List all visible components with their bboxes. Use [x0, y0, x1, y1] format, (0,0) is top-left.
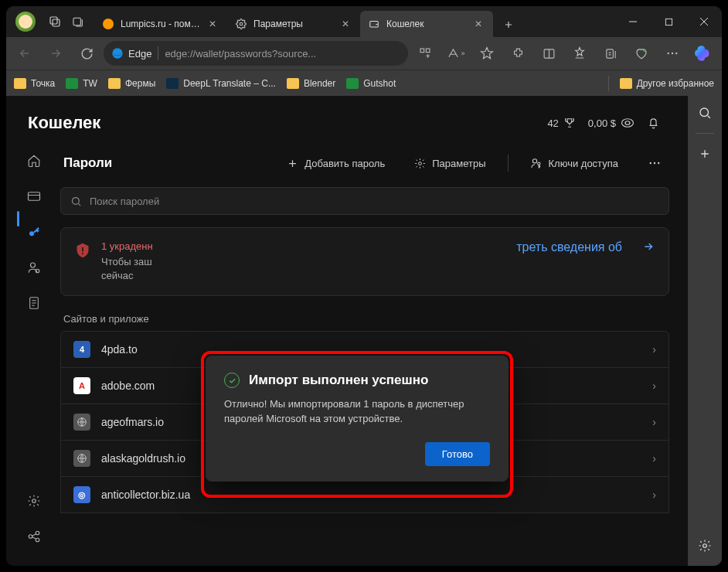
- folder-icon: [287, 78, 299, 89]
- bookmark-folder[interactable]: Точка: [14, 78, 55, 89]
- site-domain: anticollector.biz.ua: [101, 489, 190, 501]
- passkeys-button[interactable]: Ключи доступа: [522, 152, 626, 174]
- section-title: Пароли: [63, 155, 112, 171]
- close-icon[interactable]: ✕: [342, 19, 354, 29]
- arrow-icon[interactable]: [642, 240, 655, 253]
- svg-point-38: [703, 544, 707, 548]
- rewards-count[interactable]: 42: [541, 114, 581, 132]
- svg-point-19: [31, 263, 36, 267]
- read-aloud-icon[interactable]: »: [442, 41, 470, 66]
- address-bar[interactable]: Edge edge://wallet/passwords?source...: [104, 41, 408, 66]
- svg-point-27: [532, 159, 536, 163]
- section-header: Пароли Добавить пароль Параметры: [60, 147, 669, 187]
- tab-label: Кошелек: [386, 19, 468, 29]
- folder-icon: [620, 78, 632, 89]
- nav-home-icon[interactable]: [25, 152, 43, 170]
- site-identity[interactable]: Edge: [111, 47, 151, 60]
- tab-settings[interactable]: Параметры ✕: [227, 11, 360, 37]
- bell-icon[interactable]: [641, 114, 666, 133]
- svg-point-23: [29, 535, 32, 539]
- close-icon[interactable]: ✕: [209, 19, 221, 29]
- plus-icon: [287, 158, 298, 169]
- chevron-right-icon: ›: [652, 343, 656, 356]
- svg-rect-8: [426, 49, 430, 53]
- profile-avatar[interactable]: [15, 12, 36, 32]
- tab-actions-icon[interactable]: [66, 10, 90, 33]
- site-row[interactable]: ◎ anticollector.biz.ua ›: [60, 476, 669, 513]
- passkey-icon: [530, 157, 543, 169]
- shield-icon: [75, 242, 90, 259]
- back-button[interactable]: [11, 41, 39, 66]
- sidebar-add-icon[interactable]: [696, 145, 714, 163]
- nav-orders-icon[interactable]: [25, 294, 43, 312]
- svg-point-14: [675, 53, 677, 54]
- svg-point-11: [643, 49, 645, 52]
- tab-wallet[interactable]: Кошелек ✕: [360, 11, 493, 37]
- window-controls: [615, 6, 722, 37]
- done-button[interactable]: Готово: [425, 442, 490, 466]
- nav-share-icon[interactable]: [25, 527, 43, 546]
- collections-icon[interactable]: [597, 41, 624, 66]
- money-display[interactable]: 0,00 $: [582, 114, 641, 132]
- svg-rect-5: [665, 19, 672, 25]
- minimize-button[interactable]: [615, 6, 651, 37]
- workspaces-icon[interactable]: [43, 10, 66, 33]
- maximize-button[interactable]: [651, 6, 686, 37]
- sidebar-settings-icon[interactable]: [696, 536, 714, 555]
- params-button[interactable]: Параметры: [407, 153, 493, 174]
- page-body: Пароли Добавить пароль Параметры: [6, 139, 688, 560]
- modal-body: Отлично! Мы импортировали 1 пароль в дис…: [224, 397, 490, 427]
- tab-lumpics[interactable]: Lumpics.ru - помощь с ✕: [94, 11, 227, 37]
- bookmark-sheet[interactable]: TW: [66, 78, 97, 89]
- bookmarks-bar: Точка TW Фермы DeepL Translate – C... Bl…: [6, 70, 722, 96]
- app-icon[interactable]: [411, 41, 439, 66]
- svg-point-12: [668, 53, 669, 54]
- svg-point-22: [32, 499, 36, 503]
- other-bookmarks[interactable]: Другое избранное: [620, 78, 714, 89]
- browser-label: Edge: [128, 48, 151, 60]
- svg-point-3: [240, 22, 243, 26]
- more-icon[interactable]: [658, 41, 686, 66]
- svg-point-13: [672, 53, 673, 54]
- folder-icon: [14, 78, 26, 89]
- separator: [158, 46, 158, 60]
- main-panel: Пароли Добавить пароль Параметры: [51, 147, 688, 560]
- nav-personal-icon[interactable]: [25, 258, 43, 277]
- sites-heading: Сайтов и приложе: [63, 313, 669, 325]
- svg-rect-7: [420, 49, 424, 53]
- alert-text: 1 украденн Чтобы заш сейчас: [101, 240, 496, 283]
- refresh-button[interactable]: [73, 41, 100, 66]
- nav-passwords-icon[interactable]: [25, 223, 43, 241]
- new-tab-button[interactable]: [496, 12, 521, 37]
- site-favicon: A: [73, 377, 90, 394]
- split-icon[interactable]: [535, 41, 563, 66]
- sidebar-search-icon[interactable]: [696, 104, 714, 122]
- nav-cards-icon[interactable]: [25, 187, 43, 206]
- bookmark-sheet[interactable]: Gutshot: [346, 78, 396, 89]
- extensions-icon[interactable]: [504, 41, 532, 66]
- browser-window: Lumpics.ru - помощь с ✕ Параметры ✕ Коше…: [6, 6, 722, 566]
- bookmark-folder[interactable]: Фермы: [108, 78, 155, 89]
- copilot-button[interactable]: [691, 40, 717, 66]
- svg-point-31: [658, 162, 659, 164]
- active-indicator: [17, 211, 19, 226]
- health-icon[interactable]: [628, 41, 655, 66]
- bookmark-folder[interactable]: Blender: [287, 78, 335, 89]
- site-favicon: [73, 450, 90, 467]
- folder-icon: [108, 78, 121, 89]
- more-button[interactable]: [640, 152, 669, 175]
- alert-link[interactable]: треть сведения об: [516, 240, 622, 254]
- tab-strip: Lumpics.ru - помощь с ✕ Параметры ✕ Коше…: [94, 6, 615, 37]
- url-text: edge://wallet/passwords?source...: [165, 48, 400, 60]
- bookmark-deepl[interactable]: DeepL Translate – C...: [166, 78, 276, 89]
- close-icon[interactable]: ✕: [475, 19, 487, 29]
- search-input[interactable]: Поиск паролей: [60, 187, 669, 215]
- favorite-icon[interactable]: [473, 41, 501, 66]
- favicon-lumpics: [102, 18, 114, 30]
- add-password-button[interactable]: Добавить пароль: [279, 153, 393, 174]
- svg-point-32: [73, 197, 80, 204]
- close-window-button[interactable]: [686, 6, 722, 37]
- forward-button[interactable]: [42, 41, 70, 66]
- favorites-list-icon[interactable]: [566, 41, 594, 66]
- nav-settings-icon[interactable]: [25, 492, 43, 510]
